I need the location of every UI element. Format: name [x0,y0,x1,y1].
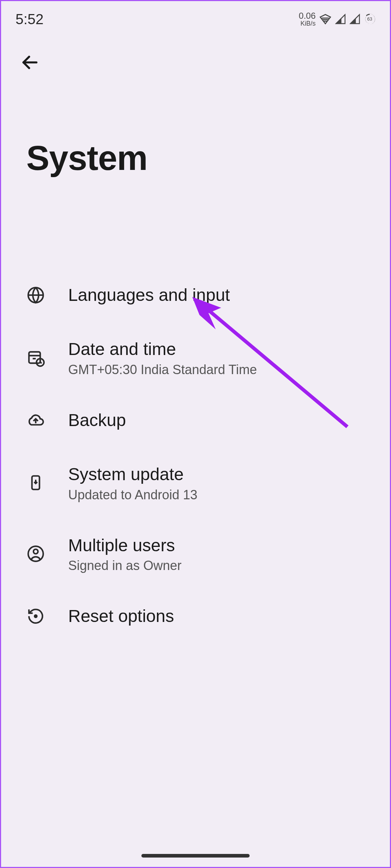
user-circle-icon [26,544,45,563]
nav-bar-handle[interactable] [141,854,250,858]
svg-text:63: 63 [367,17,372,22]
svg-point-13 [34,549,38,554]
signal-2-icon [350,14,360,25]
setting-reset-options[interactable]: Reset options [1,589,390,643]
status-time: 5:52 [16,11,44,27]
setting-label: Languages and input [68,284,230,306]
network-speed: 0.06 KiB/s [299,12,316,27]
status-bar: 5:52 0.06 KiB/s [1,1,390,34]
page-title: System [26,138,390,178]
back-button[interactable] [19,52,41,73]
setting-sub: Signed in as Owner [68,558,181,573]
arrow-left-icon [20,53,40,72]
setting-system-update[interactable]: System update Updated to Android 13 [1,447,390,518]
setting-date-time[interactable]: Date and time GMT+05:30 India Standard T… [1,322,390,393]
battery-icon: 63 [364,13,375,25]
calendar-clock-icon [26,348,45,367]
setting-languages-input[interactable]: Languages and input [1,268,390,322]
status-right: 0.06 KiB/s [299,12,375,27]
setting-label: System update [68,463,197,486]
phone-download-icon [26,473,45,492]
wifi-icon [319,13,331,25]
setting-sub: Updated to Android 13 [68,487,197,503]
globe-icon [26,286,45,304]
setting-label: Backup [68,409,126,431]
speed-value: 0.06 [299,12,316,20]
setting-backup[interactable]: Backup [1,393,390,447]
setting-multiple-users[interactable]: Multiple users Signed in as Owner [1,518,390,589]
svg-rect-5 [29,352,40,363]
setting-label: Multiple users [68,534,181,557]
speed-unit: KiB/s [300,20,316,27]
settings-list: Languages and input Date and time GMT+05… [1,268,390,643]
signal-1-icon [335,14,346,25]
cloud-upload-icon [26,411,45,430]
svg-point-14 [35,615,37,617]
setting-sub: GMT+05:30 India Standard Time [68,362,257,377]
setting-label: Reset options [68,605,174,627]
setting-label: Date and time [68,338,257,360]
reset-icon [26,607,45,626]
